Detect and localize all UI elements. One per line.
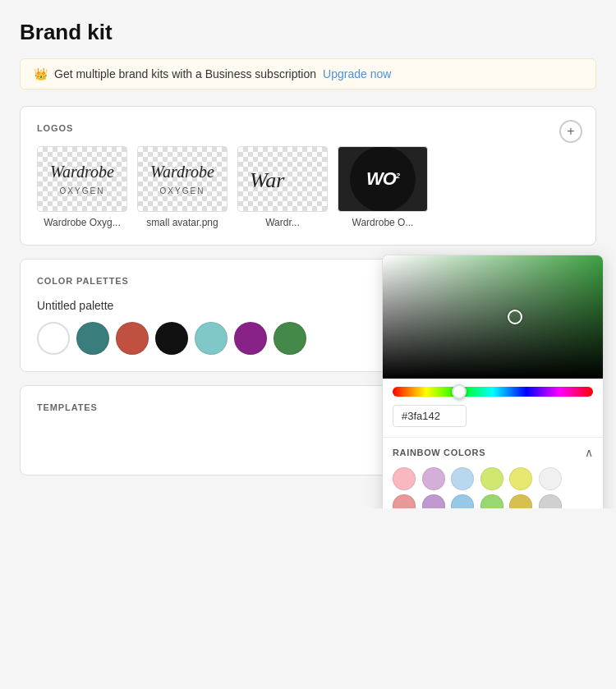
logos-header: LOGOS	[37, 123, 579, 133]
crown-icon: 👑	[34, 67, 48, 80]
hex-input[interactable]	[393, 405, 467, 427]
palette-swatch[interactable]	[234, 322, 267, 355]
logo-thumbnail-1: Wardrobe OXYGEN	[37, 146, 127, 212]
palette-swatch[interactable]	[155, 322, 188, 355]
rainbow-swatch[interactable]	[393, 467, 416, 490]
page-title: Brand kit	[20, 20, 596, 45]
rainbow-swatch[interactable]	[451, 467, 474, 490]
rainbow-swatch-empty	[568, 494, 591, 508]
upgrade-banner: 👑 Get multiple brand kits with a Busines…	[20, 58, 596, 90]
hue-thumb	[452, 384, 467, 399]
svg-text:OXYGEN: OXYGEN	[60, 186, 105, 195]
logo-label-2: small avatar.png	[146, 217, 218, 228]
rainbow-swatch[interactable]	[480, 467, 503, 490]
wo2-logo: WO2	[350, 146, 416, 212]
rainbow-swatch[interactable]	[480, 494, 503, 508]
rainbow-header: RAINBOW COLORS ∧	[393, 446, 593, 459]
chevron-up-icon[interactable]: ∧	[585, 446, 593, 459]
rainbow-swatch[interactable]	[509, 494, 532, 508]
logo-thumbnail-4: WO2	[338, 146, 428, 212]
logo-label-4: Wardrobe O...	[352, 217, 414, 228]
palette-swatch[interactable]	[274, 322, 306, 355]
palette-swatch[interactable]	[37, 322, 70, 355]
logo-label-3: Wardr...	[265, 217, 300, 228]
rainbow-swatch[interactable]	[422, 494, 445, 508]
svg-text:War: War	[250, 168, 285, 192]
rainbow-swatch[interactable]	[451, 494, 474, 508]
logos-section: LOGOS + Wardrobe OXYGEN Wardrobe Oxyg...…	[20, 106, 596, 246]
svg-text:OXYGEN: OXYGEN	[160, 186, 205, 195]
list-item[interactable]: Wardrobe OXYGEN Wardrobe Oxyg...	[37, 146, 127, 228]
svg-text:Wardrobe: Wardrobe	[150, 163, 214, 181]
rainbow-swatch[interactable]	[509, 467, 532, 490]
gradient-selector[interactable]	[508, 310, 522, 324]
color-gradient-area[interactable]	[383, 255, 603, 379]
rainbow-swatch[interactable]	[539, 494, 562, 508]
rainbow-color-grid	[393, 467, 593, 508]
color-picker-popup: RAINBOW COLORS ∧	[382, 255, 604, 508]
logos-add-button[interactable]: +	[559, 120, 582, 143]
svg-text:Wardrobe: Wardrobe	[50, 163, 114, 181]
rainbow-section: RAINBOW COLORS ∧	[383, 437, 603, 508]
rainbow-title: RAINBOW COLORS	[393, 448, 485, 457]
rainbow-swatch-empty	[568, 467, 591, 490]
hex-input-row	[383, 405, 603, 437]
hue-slider-container	[383, 379, 603, 405]
list-item[interactable]: WO2 Wardrobe O...	[338, 146, 428, 228]
palette-swatch[interactable]	[195, 322, 228, 355]
rainbow-swatch[interactable]	[393, 494, 416, 508]
banner-text: Get multiple brand kits with a Business …	[54, 67, 316, 80]
upgrade-link[interactable]: Upgrade now	[323, 67, 391, 80]
rainbow-swatch[interactable]	[539, 467, 562, 490]
list-item[interactable]: Wardrobe OXYGEN small avatar.png	[137, 146, 228, 228]
logo-thumbnail-3: War	[237, 146, 328, 212]
logo-label-1: Wardrobe Oxyg...	[44, 217, 121, 228]
palette-swatch[interactable]	[76, 322, 109, 355]
palette-swatch[interactable]	[116, 322, 149, 355]
hue-slider[interactable]	[393, 387, 593, 397]
logos-grid: Wardrobe OXYGEN Wardrobe Oxyg... Wardrob…	[37, 146, 579, 228]
rainbow-swatch[interactable]	[422, 467, 445, 490]
logo-thumbnail-2: Wardrobe OXYGEN	[137, 146, 228, 212]
list-item[interactable]: War Wardr...	[237, 146, 328, 228]
